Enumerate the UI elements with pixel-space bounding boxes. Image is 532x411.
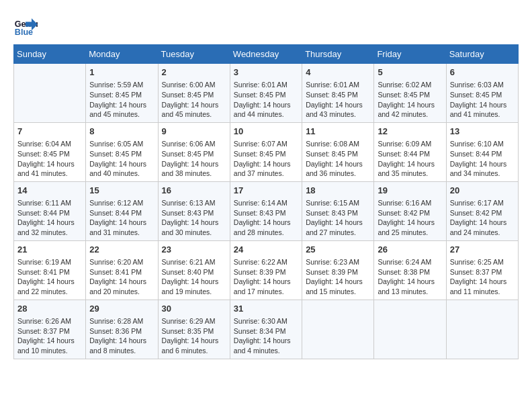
page-header: General Blue	[13, 13, 519, 38]
day-number: 3	[234, 66, 298, 79]
day-info: Sunrise: 6:11 AM Sunset: 8:44 PM Dayligh…	[17, 198, 82, 238]
calendar-cell: 19Sunrise: 6:16 AM Sunset: 8:42 PM Dayli…	[374, 181, 446, 240]
calendar-cell: 15Sunrise: 6:12 AM Sunset: 8:44 PM Dayli…	[86, 181, 158, 240]
calendar-cell: 2Sunrise: 6:00 AM Sunset: 8:45 PM Daylig…	[158, 64, 230, 123]
day-number: 7	[17, 126, 82, 138]
day-number: 24	[234, 244, 298, 256]
day-info: Sunrise: 6:26 AM Sunset: 8:37 PM Dayligh…	[17, 316, 82, 356]
calendar-cell: 6Sunrise: 6:03 AM Sunset: 8:45 PM Daylig…	[446, 64, 518, 123]
day-info: Sunrise: 6:17 AM Sunset: 8:42 PM Dayligh…	[450, 198, 515, 238]
day-info: Sunrise: 6:15 AM Sunset: 8:43 PM Dayligh…	[306, 198, 370, 238]
day-number: 27	[450, 244, 515, 256]
day-info: Sunrise: 6:23 AM Sunset: 8:39 PM Dayligh…	[306, 257, 370, 297]
header-friday: Friday	[374, 45, 446, 64]
day-number: 15	[89, 185, 154, 197]
day-info: Sunrise: 6:16 AM Sunset: 8:42 PM Dayligh…	[378, 198, 442, 238]
header-sunday: Sunday	[14, 45, 86, 64]
calendar-cell: 26Sunrise: 6:24 AM Sunset: 8:38 PM Dayli…	[374, 240, 446, 300]
day-info: Sunrise: 6:00 AM Sunset: 8:45 PM Dayligh…	[162, 80, 226, 120]
calendar-cell: 25Sunrise: 6:23 AM Sunset: 8:39 PM Dayli…	[302, 240, 374, 300]
day-number: 26	[378, 244, 442, 256]
header-saturday: Saturday	[446, 45, 518, 64]
day-number: 10	[234, 126, 298, 138]
logo: General Blue	[13, 13, 40, 38]
calendar-cell: 30Sunrise: 6:29 AM Sunset: 8:35 PM Dayli…	[158, 300, 230, 359]
calendar-cell	[446, 300, 518, 359]
day-info: Sunrise: 6:07 AM Sunset: 8:45 PM Dayligh…	[234, 139, 298, 179]
day-number: 12	[378, 126, 442, 138]
calendar-row-3: 14Sunrise: 6:11 AM Sunset: 8:44 PM Dayli…	[14, 181, 519, 240]
header-monday: Monday	[86, 45, 158, 64]
day-info: Sunrise: 6:25 AM Sunset: 8:37 PM Dayligh…	[450, 257, 515, 297]
day-number: 1	[89, 66, 154, 79]
calendar-cell: 29Sunrise: 6:28 AM Sunset: 8:36 PM Dayli…	[86, 300, 158, 359]
calendar-cell: 8Sunrise: 6:05 AM Sunset: 8:45 PM Daylig…	[86, 122, 158, 181]
calendar-cell: 24Sunrise: 6:22 AM Sunset: 8:39 PM Dayli…	[230, 240, 302, 300]
calendar-cell: 20Sunrise: 6:17 AM Sunset: 8:42 PM Dayli…	[446, 181, 518, 240]
calendar-cell: 18Sunrise: 6:15 AM Sunset: 8:43 PM Dayli…	[302, 181, 374, 240]
day-info: Sunrise: 6:03 AM Sunset: 8:45 PM Dayligh…	[450, 80, 515, 120]
day-info: Sunrise: 6:12 AM Sunset: 8:44 PM Dayligh…	[89, 198, 154, 238]
day-info: Sunrise: 6:30 AM Sunset: 8:34 PM Dayligh…	[234, 316, 298, 356]
day-info: Sunrise: 6:29 AM Sunset: 8:35 PM Dayligh…	[162, 316, 226, 356]
day-number: 13	[450, 126, 515, 138]
day-info: Sunrise: 6:02 AM Sunset: 8:45 PM Dayligh…	[378, 80, 442, 120]
day-info: Sunrise: 5:59 AM Sunset: 8:45 PM Dayligh…	[89, 80, 154, 120]
calendar-row-1: 1Sunrise: 5:59 AM Sunset: 8:45 PM Daylig…	[14, 64, 519, 123]
day-number: 23	[162, 244, 226, 256]
calendar-cell: 22Sunrise: 6:20 AM Sunset: 8:41 PM Dayli…	[86, 240, 158, 300]
day-info: Sunrise: 6:19 AM Sunset: 8:41 PM Dayligh…	[17, 257, 82, 297]
day-info: Sunrise: 6:05 AM Sunset: 8:45 PM Dayligh…	[89, 139, 154, 179]
day-info: Sunrise: 6:10 AM Sunset: 8:44 PM Dayligh…	[450, 139, 515, 179]
logo-icon: General Blue	[13, 13, 38, 38]
day-number: 30	[162, 303, 226, 315]
day-number: 6	[450, 66, 515, 79]
calendar-cell: 21Sunrise: 6:19 AM Sunset: 8:41 PM Dayli…	[14, 240, 86, 300]
day-number: 5	[378, 66, 442, 79]
calendar-row-5: 28Sunrise: 6:26 AM Sunset: 8:37 PM Dayli…	[14, 300, 519, 359]
calendar-cell	[374, 300, 446, 359]
calendar-cell: 10Sunrise: 6:07 AM Sunset: 8:45 PM Dayli…	[230, 122, 302, 181]
day-number: 31	[234, 303, 298, 315]
calendar-cell: 9Sunrise: 6:06 AM Sunset: 8:45 PM Daylig…	[158, 122, 230, 181]
day-number: 4	[306, 66, 370, 79]
day-info: Sunrise: 6:01 AM Sunset: 8:45 PM Dayligh…	[306, 80, 370, 120]
calendar-cell: 23Sunrise: 6:21 AM Sunset: 8:40 PM Dayli…	[158, 240, 230, 300]
day-number: 16	[162, 185, 226, 197]
day-info: Sunrise: 6:01 AM Sunset: 8:45 PM Dayligh…	[234, 80, 298, 120]
calendar-cell: 13Sunrise: 6:10 AM Sunset: 8:44 PM Dayli…	[446, 122, 518, 181]
day-info: Sunrise: 6:22 AM Sunset: 8:39 PM Dayligh…	[234, 257, 298, 297]
calendar-cell: 31Sunrise: 6:30 AM Sunset: 8:34 PM Dayli…	[230, 300, 302, 359]
calendar-cell	[14, 64, 86, 123]
day-info: Sunrise: 6:09 AM Sunset: 8:44 PM Dayligh…	[378, 139, 442, 179]
calendar-cell	[302, 300, 374, 359]
day-number: 8	[89, 126, 154, 138]
calendar-cell: 14Sunrise: 6:11 AM Sunset: 8:44 PM Dayli…	[14, 181, 86, 240]
calendar-cell: 7Sunrise: 6:04 AM Sunset: 8:45 PM Daylig…	[14, 122, 86, 181]
day-info: Sunrise: 6:24 AM Sunset: 8:38 PM Dayligh…	[378, 257, 442, 297]
day-number: 17	[234, 185, 298, 197]
day-info: Sunrise: 6:21 AM Sunset: 8:40 PM Dayligh…	[162, 257, 226, 297]
day-number: 19	[378, 185, 442, 197]
day-number: 11	[306, 126, 370, 138]
header-tuesday: Tuesday	[158, 45, 230, 64]
day-number: 29	[89, 303, 154, 315]
calendar-cell: 11Sunrise: 6:08 AM Sunset: 8:45 PM Dayli…	[302, 122, 374, 181]
day-info: Sunrise: 6:08 AM Sunset: 8:45 PM Dayligh…	[306, 139, 370, 179]
day-number: 28	[17, 303, 82, 315]
day-number: 9	[162, 126, 226, 138]
day-number: 18	[306, 185, 370, 197]
day-number: 2	[162, 66, 226, 79]
calendar-cell: 4Sunrise: 6:01 AM Sunset: 8:45 PM Daylig…	[302, 64, 374, 123]
day-number: 20	[450, 185, 515, 197]
calendar-cell: 28Sunrise: 6:26 AM Sunset: 8:37 PM Dayli…	[14, 300, 86, 359]
day-info: Sunrise: 6:20 AM Sunset: 8:41 PM Dayligh…	[89, 257, 154, 297]
calendar-cell: 1Sunrise: 5:59 AM Sunset: 8:45 PM Daylig…	[86, 64, 158, 123]
day-number: 22	[89, 244, 154, 256]
calendar-row-2: 7Sunrise: 6:04 AM Sunset: 8:45 PM Daylig…	[14, 122, 519, 181]
day-info: Sunrise: 6:28 AM Sunset: 8:36 PM Dayligh…	[89, 316, 154, 356]
day-number: 25	[306, 244, 370, 256]
day-info: Sunrise: 6:06 AM Sunset: 8:45 PM Dayligh…	[162, 139, 226, 179]
calendar-row-4: 21Sunrise: 6:19 AM Sunset: 8:41 PM Dayli…	[14, 240, 519, 300]
day-info: Sunrise: 6:14 AM Sunset: 8:43 PM Dayligh…	[234, 198, 298, 238]
